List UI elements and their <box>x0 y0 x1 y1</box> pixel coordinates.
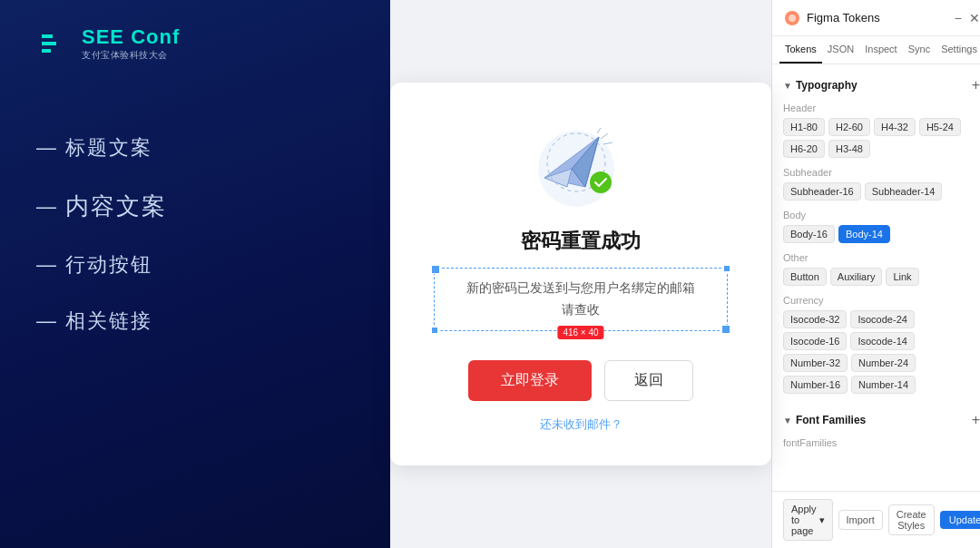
figma-body: ▼ Typography + Header H1-80 H2-60 H4-32 … <box>772 64 980 491</box>
header-label: Header <box>772 99 980 116</box>
token-auxiliary[interactable]: Auxiliary <box>830 268 883 286</box>
content-text: 新的密码已发送到与您用户名绑定的邮箱 请查收 <box>449 278 712 321</box>
svg-line-6 <box>601 133 608 139</box>
nav-item-action[interactable]: — 行动按钮 <box>36 251 354 279</box>
app-name: SEE Conf <box>82 25 180 49</box>
close-icon[interactable]: ✕ <box>969 11 980 25</box>
token-number-16[interactable]: Number-16 <box>783 376 848 394</box>
font-families-arrow: ▼ <box>783 416 792 426</box>
page-card: 密码重置成功 新的密码已发送到与您用户名绑定的邮箱 请查收 416 × 40 立… <box>390 83 771 465</box>
subheader-label: Subheader <box>772 163 980 181</box>
figma-header: Figma Tokens − ✕ <box>772 0 980 36</box>
nav-label-content: 内容文案 <box>65 191 167 222</box>
nav-label-action: 行动按钮 <box>65 251 152 279</box>
token-h5-24[interactable]: H5-24 <box>919 118 961 136</box>
svg-line-7 <box>603 142 612 144</box>
typography-arrow: ▼ <box>783 81 792 91</box>
figma-footer: Apply to page ▾ Import Create Styles Upd… <box>772 491 980 548</box>
svg-point-9 <box>590 171 612 193</box>
handle-top-right <box>723 265 730 272</box>
token-subheader-14[interactable]: Subheader-14 <box>865 182 943 201</box>
other-tokens: Button Auxiliary Link <box>772 266 980 291</box>
nav-item-title[interactable]: — 标题文案 <box>36 134 354 161</box>
figma-panel: Figma Tokens − ✕ Tokens JSON Inspect Syn… <box>771 0 980 548</box>
left-panel: SEE Conf 支付宝体验科技大会 — 标题文案 — 内容文案 — 行动按钮 … <box>0 0 390 548</box>
logo-area: SEE Conf 支付宝体验科技大会 <box>36 25 354 62</box>
token-button[interactable]: Button <box>783 268 827 286</box>
svg-point-11 <box>789 15 796 22</box>
token-number-24[interactable]: Number-24 <box>851 354 916 372</box>
update-button[interactable]: Update <box>940 511 980 529</box>
tab-settings[interactable]: Settings <box>936 36 980 64</box>
token-isocode-14[interactable]: Isocode-14 <box>850 332 914 350</box>
main-content: 密码重置成功 新的密码已发送到与您用户名绑定的邮箱 请查收 416 × 40 立… <box>390 0 771 548</box>
token-h4-32[interactable]: H4-32 <box>874 118 916 136</box>
link-row: 还未收到邮件？ <box>540 416 622 433</box>
app-subtitle: 支付宝体验科技大会 <box>82 49 180 62</box>
figma-nav: Tokens JSON Inspect Sync Settings 🔍 📋 ↻ <box>772 36 980 64</box>
back-button[interactable]: 返回 <box>604 360 693 401</box>
font-families-title: Font Families <box>796 414 972 426</box>
figma-panel-title: Figma Tokens <box>807 11 949 24</box>
tab-tokens[interactable]: Tokens <box>779 36 822 64</box>
login-button[interactable]: 立即登录 <box>468 360 592 401</box>
tab-inspect[interactable]: Inspect <box>859 36 902 64</box>
illustration <box>526 119 635 210</box>
typography-title: Typography <box>796 79 972 92</box>
token-isocode-24[interactable]: Isocode-24 <box>850 310 914 328</box>
resend-link[interactable]: 还未收到邮件？ <box>540 417 622 431</box>
token-isocode-16[interactable]: Isocode-16 <box>783 332 847 350</box>
font-families-content: fontFamilies <box>772 434 980 450</box>
handle-bottom-left <box>431 327 438 334</box>
nav-dash-4: — <box>36 309 58 333</box>
nav-dash-1: — <box>36 136 58 160</box>
typography-section-header[interactable]: ▼ Typography + <box>772 72 980 99</box>
token-h1-80[interactable]: H1-80 <box>783 118 825 136</box>
nav-item-link[interactable]: — 相关链接 <box>36 308 354 335</box>
btn-row: 立即登录 返回 <box>468 360 693 401</box>
token-body-14[interactable]: Body-14 <box>838 225 890 243</box>
nav-items: — 标题文案 — 内容文案 — 行动按钮 — 相关链接 <box>36 134 354 335</box>
body-tokens: Body-16 Body-14 <box>772 223 980 249</box>
nav-item-content[interactable]: — 内容文案 <box>36 191 354 222</box>
token-subheader-16[interactable]: Subheader-16 <box>783 182 861 201</box>
apply-to-page-dropdown[interactable]: Apply to page ▾ <box>783 499 833 541</box>
token-h3-48[interactable]: H3-48 <box>828 140 870 158</box>
create-styles-button[interactable]: Create Styles <box>888 504 935 535</box>
body-label: Body <box>772 206 980 223</box>
font-families-section-header[interactable]: ▼ Font Families + <box>772 406 980 434</box>
typography-add[interactable]: + <box>972 77 980 93</box>
token-number-32[interactable]: Number-32 <box>783 354 848 372</box>
figma-header-icons: − ✕ <box>955 11 980 25</box>
token-h6-20[interactable]: H6-20 <box>783 140 825 158</box>
token-body-16[interactable]: Body-16 <box>783 225 835 243</box>
header-tokens: H1-80 H2-60 H4-32 H5-24 H6-20 H3-48 <box>772 116 980 163</box>
minimize-icon[interactable]: − <box>955 11 962 25</box>
figma-tokens-icon <box>783 9 801 27</box>
token-number-14[interactable]: Number-14 <box>851 376 916 394</box>
currency-label: Currency <box>772 291 980 308</box>
nav-label-title: 标题文案 <box>65 134 152 161</box>
font-families-add[interactable]: + <box>972 412 980 428</box>
svg-line-8 <box>597 128 601 133</box>
size-badge: 416 × 40 <box>557 326 603 339</box>
logo-text-group: SEE Conf 支付宝体验科技大会 <box>82 25 180 62</box>
import-button[interactable]: Import <box>838 510 883 530</box>
token-h2-60[interactable]: H2-60 <box>828 118 870 136</box>
tab-json[interactable]: JSON <box>822 36 859 64</box>
content-box: 新的密码已发送到与您用户名绑定的邮箱 请查收 416 × 40 <box>434 268 728 331</box>
success-title: 密码重置成功 <box>521 228 641 255</box>
nav-label-link: 相关链接 <box>65 308 152 335</box>
nav-dash-3: — <box>36 253 58 277</box>
tab-sync[interactable]: Sync <box>903 36 936 64</box>
other-label: Other <box>772 249 980 266</box>
token-isocode-32[interactable]: Isocode-32 <box>783 310 847 328</box>
apply-label: Apply to page <box>791 504 817 536</box>
nav-dash-2: — <box>36 195 58 219</box>
currency-tokens: Isocode-32 Isocode-24 Isocode-16 Isocode… <box>772 308 980 399</box>
token-link[interactable]: Link <box>886 268 918 286</box>
apply-chevron-icon: ▾ <box>819 514 825 526</box>
font-families-label: fontFamilies <box>783 437 980 448</box>
subheader-tokens: Subheader-16 Subheader-14 <box>772 181 980 206</box>
logo-icon <box>36 25 73 62</box>
